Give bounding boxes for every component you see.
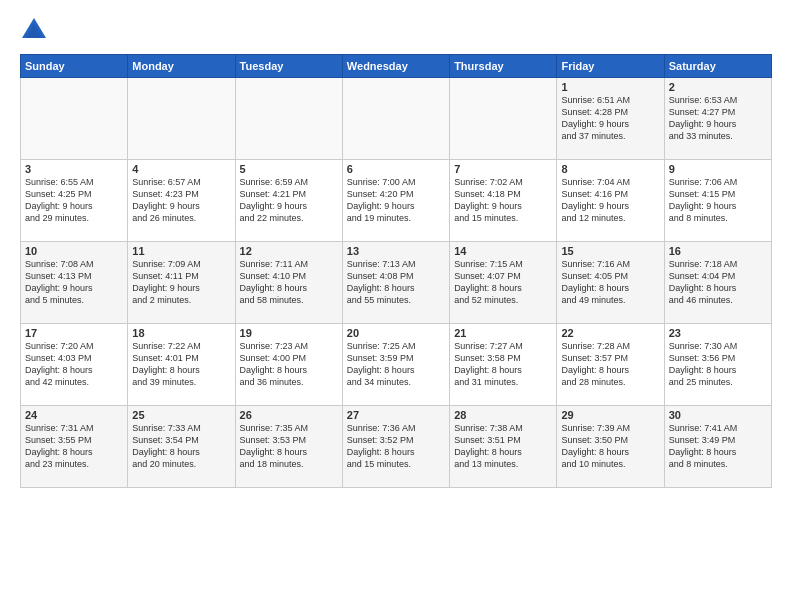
calendar-cell: 7Sunrise: 7:02 AM Sunset: 4:18 PM Daylig… [450, 160, 557, 242]
calendar-cell: 30Sunrise: 7:41 AM Sunset: 3:49 PM Dayli… [664, 406, 771, 488]
logo [20, 16, 52, 44]
calendar-cell: 16Sunrise: 7:18 AM Sunset: 4:04 PM Dayli… [664, 242, 771, 324]
day-number: 19 [240, 327, 338, 339]
day-info: Sunrise: 7:35 AM Sunset: 3:53 PM Dayligh… [240, 422, 338, 471]
day-info: Sunrise: 7:30 AM Sunset: 3:56 PM Dayligh… [669, 340, 767, 389]
day-info: Sunrise: 7:02 AM Sunset: 4:18 PM Dayligh… [454, 176, 552, 225]
calendar-cell: 18Sunrise: 7:22 AM Sunset: 4:01 PM Dayli… [128, 324, 235, 406]
day-info: Sunrise: 6:53 AM Sunset: 4:27 PM Dayligh… [669, 94, 767, 143]
week-row-0: 1Sunrise: 6:51 AM Sunset: 4:28 PM Daylig… [21, 78, 772, 160]
calendar-cell: 12Sunrise: 7:11 AM Sunset: 4:10 PM Dayli… [235, 242, 342, 324]
day-number: 23 [669, 327, 767, 339]
day-number: 6 [347, 163, 445, 175]
day-number: 30 [669, 409, 767, 421]
calendar-cell: 10Sunrise: 7:08 AM Sunset: 4:13 PM Dayli… [21, 242, 128, 324]
day-info: Sunrise: 7:27 AM Sunset: 3:58 PM Dayligh… [454, 340, 552, 389]
week-row-2: 10Sunrise: 7:08 AM Sunset: 4:13 PM Dayli… [21, 242, 772, 324]
week-row-1: 3Sunrise: 6:55 AM Sunset: 4:25 PM Daylig… [21, 160, 772, 242]
day-number: 22 [561, 327, 659, 339]
day-info: Sunrise: 7:15 AM Sunset: 4:07 PM Dayligh… [454, 258, 552, 307]
day-info: Sunrise: 6:57 AM Sunset: 4:23 PM Dayligh… [132, 176, 230, 225]
day-info: Sunrise: 7:20 AM Sunset: 4:03 PM Dayligh… [25, 340, 123, 389]
day-info: Sunrise: 7:33 AM Sunset: 3:54 PM Dayligh… [132, 422, 230, 471]
day-number: 15 [561, 245, 659, 257]
day-number: 12 [240, 245, 338, 257]
day-number: 27 [347, 409, 445, 421]
day-info: Sunrise: 7:08 AM Sunset: 4:13 PM Dayligh… [25, 258, 123, 307]
day-info: Sunrise: 7:28 AM Sunset: 3:57 PM Dayligh… [561, 340, 659, 389]
day-info: Sunrise: 7:31 AM Sunset: 3:55 PM Dayligh… [25, 422, 123, 471]
day-info: Sunrise: 6:55 AM Sunset: 4:25 PM Dayligh… [25, 176, 123, 225]
page: SundayMondayTuesdayWednesdayThursdayFrid… [0, 0, 792, 612]
day-number: 24 [25, 409, 123, 421]
calendar-cell: 17Sunrise: 7:20 AM Sunset: 4:03 PM Dayli… [21, 324, 128, 406]
calendar-cell [450, 78, 557, 160]
day-number: 17 [25, 327, 123, 339]
day-info: Sunrise: 7:41 AM Sunset: 3:49 PM Dayligh… [669, 422, 767, 471]
weekday-header-wednesday: Wednesday [342, 55, 449, 78]
calendar-cell [128, 78, 235, 160]
day-number: 8 [561, 163, 659, 175]
weekday-header-saturday: Saturday [664, 55, 771, 78]
week-row-3: 17Sunrise: 7:20 AM Sunset: 4:03 PM Dayli… [21, 324, 772, 406]
calendar-cell: 22Sunrise: 7:28 AM Sunset: 3:57 PM Dayli… [557, 324, 664, 406]
day-info: Sunrise: 7:36 AM Sunset: 3:52 PM Dayligh… [347, 422, 445, 471]
day-number: 16 [669, 245, 767, 257]
day-number: 2 [669, 81, 767, 93]
day-info: Sunrise: 7:22 AM Sunset: 4:01 PM Dayligh… [132, 340, 230, 389]
calendar-cell [342, 78, 449, 160]
day-number: 18 [132, 327, 230, 339]
day-info: Sunrise: 7:25 AM Sunset: 3:59 PM Dayligh… [347, 340, 445, 389]
day-info: Sunrise: 6:59 AM Sunset: 4:21 PM Dayligh… [240, 176, 338, 225]
calendar-cell: 15Sunrise: 7:16 AM Sunset: 4:05 PM Dayli… [557, 242, 664, 324]
day-number: 4 [132, 163, 230, 175]
day-info: Sunrise: 7:09 AM Sunset: 4:11 PM Dayligh… [132, 258, 230, 307]
day-number: 20 [347, 327, 445, 339]
day-info: Sunrise: 7:16 AM Sunset: 4:05 PM Dayligh… [561, 258, 659, 307]
day-info: Sunrise: 7:13 AM Sunset: 4:08 PM Dayligh… [347, 258, 445, 307]
calendar-cell: 4Sunrise: 6:57 AM Sunset: 4:23 PM Daylig… [128, 160, 235, 242]
calendar-cell: 26Sunrise: 7:35 AM Sunset: 3:53 PM Dayli… [235, 406, 342, 488]
calendar-cell: 13Sunrise: 7:13 AM Sunset: 4:08 PM Dayli… [342, 242, 449, 324]
day-number: 26 [240, 409, 338, 421]
calendar-cell [21, 78, 128, 160]
day-info: Sunrise: 7:23 AM Sunset: 4:00 PM Dayligh… [240, 340, 338, 389]
day-number: 29 [561, 409, 659, 421]
weekday-header-friday: Friday [557, 55, 664, 78]
calendar-cell: 20Sunrise: 7:25 AM Sunset: 3:59 PM Dayli… [342, 324, 449, 406]
day-info: Sunrise: 7:18 AM Sunset: 4:04 PM Dayligh… [669, 258, 767, 307]
day-number: 25 [132, 409, 230, 421]
day-number: 7 [454, 163, 552, 175]
calendar-cell: 19Sunrise: 7:23 AM Sunset: 4:00 PM Dayli… [235, 324, 342, 406]
day-number: 14 [454, 245, 552, 257]
calendar-cell: 11Sunrise: 7:09 AM Sunset: 4:11 PM Dayli… [128, 242, 235, 324]
day-number: 3 [25, 163, 123, 175]
calendar-cell: 29Sunrise: 7:39 AM Sunset: 3:50 PM Dayli… [557, 406, 664, 488]
day-info: Sunrise: 6:51 AM Sunset: 4:28 PM Dayligh… [561, 94, 659, 143]
weekday-header-sunday: Sunday [21, 55, 128, 78]
day-number: 11 [132, 245, 230, 257]
calendar-cell: 5Sunrise: 6:59 AM Sunset: 4:21 PM Daylig… [235, 160, 342, 242]
day-number: 13 [347, 245, 445, 257]
calendar-cell: 23Sunrise: 7:30 AM Sunset: 3:56 PM Dayli… [664, 324, 771, 406]
day-number: 9 [669, 163, 767, 175]
day-number: 28 [454, 409, 552, 421]
calendar-cell: 3Sunrise: 6:55 AM Sunset: 4:25 PM Daylig… [21, 160, 128, 242]
calendar-table: SundayMondayTuesdayWednesdayThursdayFrid… [20, 54, 772, 488]
calendar-cell: 9Sunrise: 7:06 AM Sunset: 4:15 PM Daylig… [664, 160, 771, 242]
calendar-cell: 27Sunrise: 7:36 AM Sunset: 3:52 PM Dayli… [342, 406, 449, 488]
calendar-cell: 24Sunrise: 7:31 AM Sunset: 3:55 PM Dayli… [21, 406, 128, 488]
day-number: 5 [240, 163, 338, 175]
calendar-cell: 1Sunrise: 6:51 AM Sunset: 4:28 PM Daylig… [557, 78, 664, 160]
day-info: Sunrise: 7:00 AM Sunset: 4:20 PM Dayligh… [347, 176, 445, 225]
weekday-header-tuesday: Tuesday [235, 55, 342, 78]
day-info: Sunrise: 7:04 AM Sunset: 4:16 PM Dayligh… [561, 176, 659, 225]
calendar-cell: 2Sunrise: 6:53 AM Sunset: 4:27 PM Daylig… [664, 78, 771, 160]
weekday-header-thursday: Thursday [450, 55, 557, 78]
calendar-cell: 21Sunrise: 7:27 AM Sunset: 3:58 PM Dayli… [450, 324, 557, 406]
calendar-cell: 25Sunrise: 7:33 AM Sunset: 3:54 PM Dayli… [128, 406, 235, 488]
calendar-cell [235, 78, 342, 160]
logo-icon [20, 16, 48, 44]
day-number: 1 [561, 81, 659, 93]
calendar-cell: 14Sunrise: 7:15 AM Sunset: 4:07 PM Dayli… [450, 242, 557, 324]
